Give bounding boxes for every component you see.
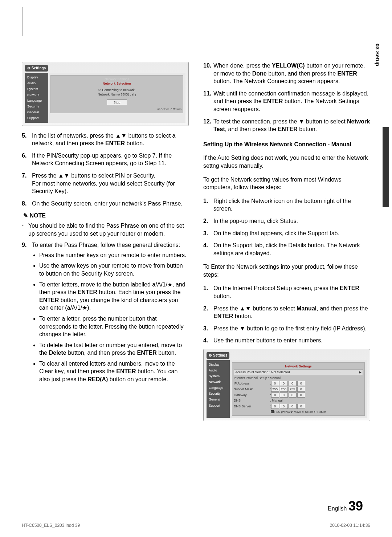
step-10: When done, press the YELLOW(C) button on…: [213, 62, 370, 85]
ss1-title: Settings: [25, 65, 48, 72]
step-6: If the PIN/Security pop-up appears, go t…: [32, 152, 189, 167]
right-column: 10.When done, press the YELLOW(C) button…: [203, 62, 370, 427]
step-8: On the Security screen, enter your netwo…: [32, 200, 189, 208]
edge-tab: [383, 127, 389, 207]
manual-p2: To get the Network setting values from m…: [203, 176, 370, 191]
ss2-sidebar: DisplayAudio SystemNetwork LanguageSecur…: [207, 360, 230, 418]
screenshot-network-selection: Settings DisplayAudio SystemNetwork Lang…: [22, 62, 189, 126]
stop-button[interactable]: Stop: [107, 99, 127, 105]
binding-mark: [22, 7, 23, 36]
step-7: Press the ▲▼ buttons to select PIN or Se…: [32, 172, 189, 195]
screenshot-ip-manual: Settings DisplayAudio SystemNetwork Lang…: [203, 349, 370, 421]
step-12: To test the connection, press the ▼ butt…: [213, 118, 370, 133]
ss2-title: Settings: [207, 352, 229, 359]
left-column: Settings DisplayAudio SystemNetwork Lang…: [22, 62, 189, 427]
ss1-sidebar: DisplayAudio SystemNetwork LanguageSecur…: [25, 73, 48, 123]
print-meta: HT-C6500_ELS_0203.indd 392010-02-03 11:1…: [22, 522, 370, 528]
manual-heading: Setting Up the Wireless Network Connecti…: [203, 141, 370, 149]
note-text: You should be able to find the Pass Phra…: [28, 222, 189, 237]
page-footer: English 39: [328, 497, 363, 515]
section-tab: 03 Setup: [374, 44, 381, 66]
step-11: Wait until the connection confirmation m…: [213, 90, 370, 113]
step-9: To enter the Pass Phrase, follow these g…: [32, 241, 189, 386]
step-5: In the list of networks, press the ▲▼ bu…: [32, 132, 189, 147]
manual-p3: To Enter the Network settings into your …: [203, 263, 370, 278]
manual-p1: If the Auto Setting does not work, you n…: [203, 154, 370, 170]
note-heading: ✎ NOTE: [23, 212, 189, 220]
